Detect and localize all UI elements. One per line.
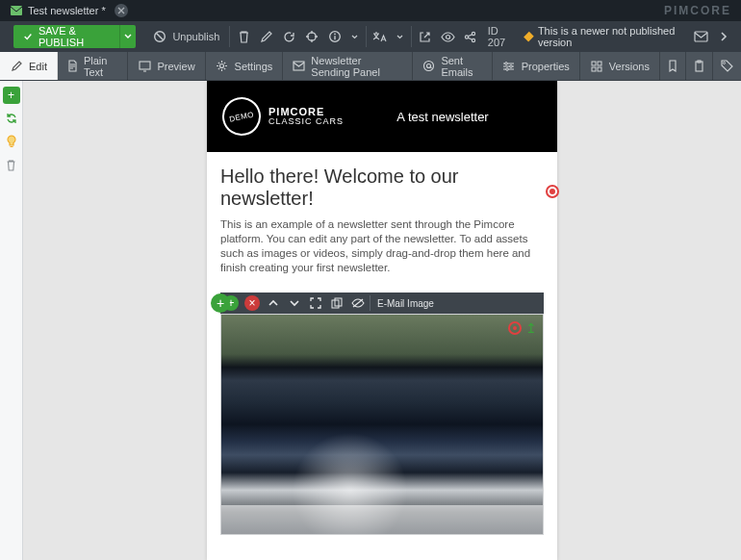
block-move-down[interactable] [284,293,305,314]
bookmark-button[interactable] [660,52,686,80]
unpublish-button[interactable]: Unpublish [145,25,227,48]
reload-button[interactable] [277,23,300,50]
editor-main: + DEMO PIMCORE CLASSIC CARS [0,81,741,560]
svg-point-17 [506,67,509,70]
newsletter-heading[interactable]: Hello there! Welcome to our newsletter! [220,165,544,210]
info-button[interactable] [323,23,346,50]
svg-rect-21 [598,67,601,71]
editor-toolbar: Edit Plain Text Preview Settings Newslet… [0,52,741,81]
block-visibility[interactable] [347,293,369,314]
expand-right-button[interactable] [712,23,735,50]
target-button[interactable] [300,23,323,50]
bulb-icon [7,135,16,148]
brand-logo-block: DEMO PIMCORE CLASSIC CARS [222,97,344,136]
gear-icon [216,60,229,73]
tab-label: Settings [235,61,273,72]
grid-icon [590,60,603,73]
version-status: This is a newer not published version [520,25,690,48]
tab-versions[interactable]: Versions [580,52,660,80]
inline-target-marker[interactable] [546,185,559,198]
block-add-button[interactable]: + [211,293,230,313]
tab-sending-panel[interactable]: Newsletter Sending Panel [283,52,413,80]
tab-sent-emails[interactable]: Sent Emails [413,52,492,80]
newsletter-title[interactable]: A test newsletter [344,110,542,124]
mail-action-button[interactable] [690,23,713,50]
tab-properties[interactable]: Properties [493,52,580,80]
tab-preview[interactable]: Preview [128,52,205,80]
mail-icon [694,31,708,42]
action-bar: SAVE & PUBLISH Unpublish ID 207 [0,21,741,52]
tab-label: Plain Text [84,55,118,78]
svg-point-5 [446,35,449,38]
svg-rect-0 [11,6,22,15]
share-button[interactable] [459,23,482,50]
tab-title: Test newsletter * [28,5,106,16]
svg-point-24 [723,63,725,64]
svg-point-8 [473,38,475,41]
mail-icon [10,4,23,17]
info-icon [328,30,342,43]
chevron-right-icon [719,31,728,42]
clipboard-icon [694,60,704,72]
rail-add-button[interactable]: + [3,87,20,104]
newsletter-paragraph[interactable]: This is an example of a newsletter sent … [220,217,544,275]
warning-diamond-icon [524,32,533,41]
tag-icon [721,60,733,72]
block-move-up[interactable] [263,293,284,314]
notes-button[interactable] [686,52,713,80]
delete-button[interactable] [232,23,255,50]
newsletter-body: Hello there! Welcome to our newsletter! … [207,152,557,279]
pencil-icon [10,60,23,73]
document-id: ID 207 [482,25,520,48]
unpublish-icon [153,30,166,43]
focal-point-icon[interactable] [508,321,522,335]
eye-icon [441,32,455,42]
brand-line2: CLASSIC CARS [268,116,344,126]
at-icon [422,60,435,73]
crosshair-icon [305,30,319,43]
tab-settings[interactable]: Settings [206,52,284,80]
translate-dropdown[interactable] [391,23,409,50]
svg-point-14 [427,64,431,68]
block-remove[interactable]: × [242,293,263,314]
tab-plain-text[interactable]: Plain Text [58,52,129,80]
info-more-dropdown[interactable] [345,23,364,50]
save-label: SAVE & PUBLISH [38,25,110,48]
canvas: DEMO PIMCORE CLASSIC CARS A test newslet… [23,81,741,560]
block-copy[interactable] [326,293,347,314]
tab-close-button[interactable] [115,4,128,17]
tab-edit[interactable]: Edit [0,52,58,80]
rename-button[interactable] [255,23,278,50]
document-tab[interactable]: Test newsletter * [4,0,134,21]
translate-button[interactable] [369,23,392,50]
svg-point-4 [334,33,336,35]
image-editable-block: + + × E-Mail Image ↥ [220,293,544,535]
chevron-down-icon [351,35,358,39]
image-corner-controls: ↥ [508,320,537,336]
check-icon [23,31,33,42]
rail-sync-button[interactable] [3,110,20,127]
reload-icon [283,31,295,43]
upload-icon[interactable]: ↥ [525,320,537,336]
rail-hint-button[interactable] [3,133,20,150]
tag-button[interactable] [713,52,741,80]
share-icon [464,31,476,43]
block-expand[interactable] [305,293,326,314]
rail-trash-button[interactable] [3,156,20,173]
svg-point-7 [466,35,469,38]
open-external-button[interactable] [414,23,437,50]
document-icon [67,60,78,73]
bookmark-icon [668,60,677,72]
separator [370,295,370,311]
chevron-down-icon [396,35,403,39]
sync-icon [5,112,18,125]
image-dropzone[interactable]: ↥ [220,314,544,535]
preview-eye-button[interactable] [437,23,460,50]
chevron-down-icon [290,299,299,307]
newsletter-page: DEMO PIMCORE CLASSIC CARS A test newslet… [207,81,557,560]
block-toolbar: + × E-Mail Image [220,293,544,314]
svg-rect-10 [140,62,150,69]
save-dropdown[interactable] [119,25,136,48]
brand-line1: PIMCORE [268,107,344,116]
save-publish-button[interactable]: SAVE & PUBLISH [13,25,119,48]
